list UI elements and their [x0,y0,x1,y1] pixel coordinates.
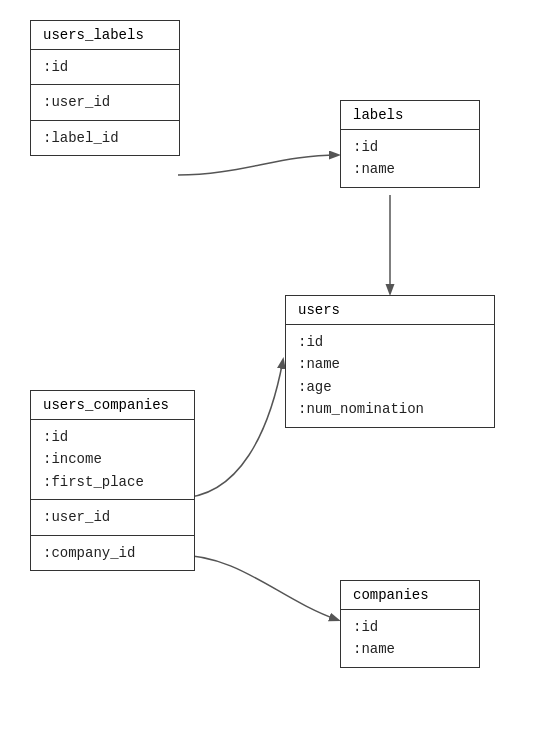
section-user-id: :user_id [31,85,179,120]
field-uc-id: :id [43,426,182,448]
table-users: users :id :name :age :num_nomination [285,295,495,428]
table-labels: labels :id :name [340,100,480,188]
field-companies-name: :name [353,638,467,660]
field-uc-company-id: :company_id [43,542,182,564]
section-companies-fields: :id :name [341,610,479,667]
table-header-users: users [286,296,494,325]
field-user-id: :user_id [43,91,167,113]
field-uc-user-id: :user_id [43,506,182,528]
table-users-companies: users_companies :id :income :first_place… [30,390,195,571]
field-uc-income: :income [43,448,182,470]
field-users-age: :age [298,376,482,398]
section-uc-user-id: :user_id [31,500,194,535]
table-users-labels: users_labels :id :user_id :label_id [30,20,180,156]
field-users-id: :id [298,331,482,353]
table-companies: companies :id :name [340,580,480,668]
table-header-companies: companies [341,581,479,610]
table-header-users-labels: users_labels [31,21,179,50]
field-labels-name: :name [353,158,467,180]
field-labels-id: :id [353,136,467,158]
field-label-id: :label_id [43,127,167,149]
field-id: :id [43,56,167,78]
section-label-id: :label_id [31,121,179,155]
section-users-fields: :id :name :age :num_nomination [286,325,494,427]
section-uc-company-id: :company_id [31,536,194,570]
field-users-num-nomination: :num_nomination [298,398,482,420]
field-companies-id: :id [353,616,467,638]
section-uc-fields1: :id :income :first_place [31,420,194,500]
diagram-container: users_labels :id :user_id :label_id labe… [0,0,534,748]
table-header-labels: labels [341,101,479,130]
table-header-users-companies: users_companies [31,391,194,420]
section-id: :id [31,50,179,85]
section-labels-fields: :id :name [341,130,479,187]
field-uc-first-place: :first_place [43,471,182,493]
field-users-name: :name [298,353,482,375]
